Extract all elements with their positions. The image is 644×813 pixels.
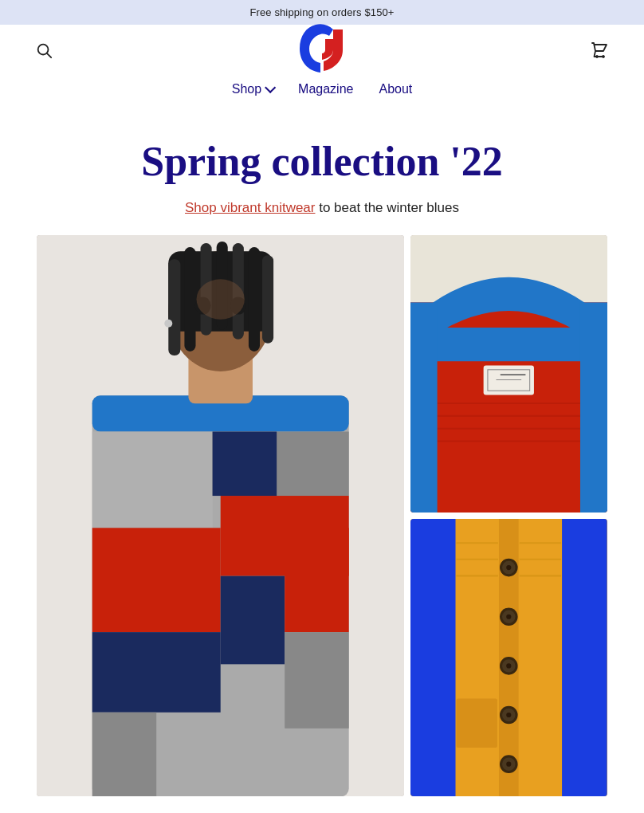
svg-rect-31 xyxy=(434,328,585,361)
svg-rect-24 xyxy=(262,255,273,344)
svg-point-48 xyxy=(507,565,512,570)
svg-point-57 xyxy=(507,713,512,717)
image-grid xyxy=(0,235,644,813)
svg-point-27 xyxy=(164,319,172,327)
hero-title: Spring collection '22 xyxy=(32,138,612,186)
search-button[interactable] xyxy=(32,38,56,62)
svg-rect-14 xyxy=(285,632,349,729)
svg-rect-19 xyxy=(184,247,195,352)
svg-rect-12 xyxy=(285,528,349,632)
svg-point-51 xyxy=(507,615,512,619)
svg-rect-13 xyxy=(92,713,157,797)
svg-rect-40 xyxy=(410,302,438,513)
svg-rect-43 xyxy=(410,519,456,796)
svg-rect-7 xyxy=(92,528,221,632)
main-nav: Shop Magazine About xyxy=(0,76,644,112)
chevron-down-icon xyxy=(265,82,276,93)
svg-line-1 xyxy=(47,53,51,57)
nav-item-shop[interactable]: Shop xyxy=(232,82,261,96)
svg-point-54 xyxy=(507,663,512,668)
search-icon xyxy=(35,41,53,59)
logo-svg xyxy=(293,20,351,77)
svg-rect-44 xyxy=(562,519,607,796)
svg-point-60 xyxy=(507,762,512,767)
hero-image-right-bottom[interactable] xyxy=(410,519,607,796)
svg-rect-18 xyxy=(168,259,180,355)
nav-item-magazine[interactable]: Magazine xyxy=(298,82,353,96)
hero-section: Spring collection '22 Shop vibrant knitw… xyxy=(0,112,644,235)
nav-shop-wrapper[interactable]: Shop xyxy=(232,82,273,96)
hero-subtitle-link[interactable]: Shop vibrant knitwear xyxy=(185,200,315,215)
svg-rect-41 xyxy=(580,302,607,513)
svg-rect-23 xyxy=(249,247,260,352)
model-photo-svg xyxy=(37,235,404,796)
svg-rect-5 xyxy=(92,431,213,528)
hero-subtitle-text: to beat the winter blues xyxy=(315,200,459,215)
site-logo[interactable] xyxy=(293,20,351,81)
hero-images-right xyxy=(410,235,607,796)
nav-item-about[interactable]: About xyxy=(379,82,412,96)
knit-detail-top-svg xyxy=(410,235,607,513)
svg-rect-11 xyxy=(221,575,285,664)
svg-point-28 xyxy=(197,279,245,319)
hero-subtitle: Shop vibrant knitwear to beat the winter… xyxy=(32,200,612,216)
announcement-text: Free shipping on orders $150+ xyxy=(249,6,394,18)
hero-image-left[interactable] xyxy=(37,235,404,796)
svg-rect-67 xyxy=(457,698,497,748)
svg-rect-10 xyxy=(92,632,221,713)
cart-icon xyxy=(590,41,609,60)
cardigan-detail-svg xyxy=(410,519,607,796)
svg-rect-9 xyxy=(213,431,277,496)
cart-button[interactable] xyxy=(587,37,612,63)
site-header xyxy=(0,25,644,76)
hero-image-right-top[interactable] xyxy=(410,235,607,513)
